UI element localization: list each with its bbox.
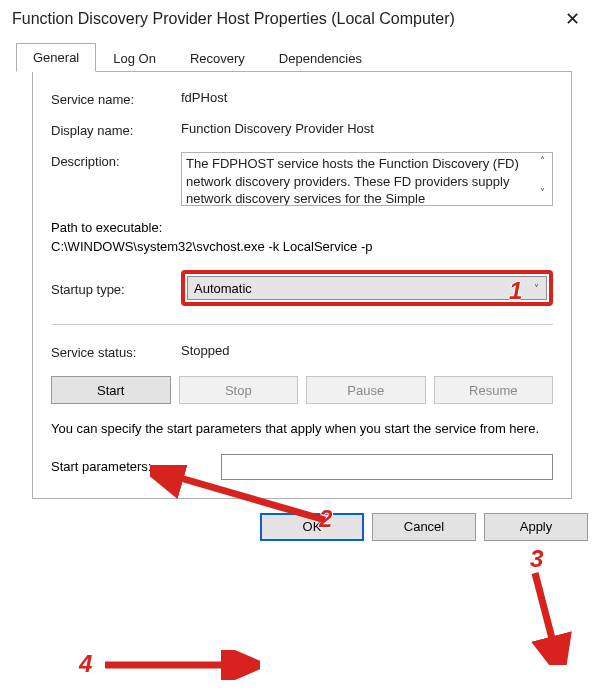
start-button[interactable]: Start bbox=[51, 376, 171, 404]
tab-logon[interactable]: Log On bbox=[96, 44, 173, 73]
dialog-buttons: OK Cancel Apply bbox=[0, 499, 604, 551]
row-service-name: Service name: fdPHost bbox=[51, 90, 553, 107]
value-path: C:\WINDOWS\system32\svchost.exe -k Local… bbox=[51, 239, 553, 254]
resume-button: Resume bbox=[434, 376, 554, 404]
cancel-button[interactable]: Cancel bbox=[372, 513, 476, 541]
startup-type-select[interactable]: Automatic bbox=[187, 276, 547, 300]
tab-general[interactable]: General bbox=[16, 43, 96, 72]
value-service-status: Stopped bbox=[181, 343, 553, 360]
row-display-name: Display name: Function Discovery Provide… bbox=[51, 121, 553, 138]
description-box: The FDPHOST service hosts the Function D… bbox=[181, 152, 553, 206]
start-parameters-input[interactable] bbox=[221, 454, 553, 480]
row-description: Description: The FDPHOST service hosts t… bbox=[51, 152, 553, 206]
scroll-up-icon[interactable]: ˄ bbox=[534, 155, 550, 171]
general-panel: Service name: fdPHost Display name: Func… bbox=[32, 71, 572, 499]
annotation-highlight-1: Automatic ˅ bbox=[181, 270, 553, 306]
label-service-name: Service name: bbox=[51, 90, 181, 107]
service-control-buttons: Start Stop Pause Resume bbox=[51, 376, 553, 404]
annotation-number-4: 4 bbox=[79, 650, 92, 678]
title-bar: Function Discovery Provider Host Propert… bbox=[0, 0, 604, 36]
tabs-container: General Log On Recovery Dependencies Ser… bbox=[0, 36, 604, 499]
value-display-name: Function Discovery Provider Host bbox=[181, 121, 553, 136]
tab-recovery[interactable]: Recovery bbox=[173, 44, 262, 73]
separator bbox=[51, 324, 553, 325]
row-path: Path to executable: C:\WINDOWS\system32\… bbox=[51, 220, 553, 254]
tab-dependencies[interactable]: Dependencies bbox=[262, 44, 379, 73]
description-text[interactable]: The FDPHOST service hosts the Function D… bbox=[182, 153, 534, 205]
annotation-arrow-3 bbox=[500, 565, 590, 665]
window-title: Function Discovery Provider Host Propert… bbox=[12, 10, 552, 28]
close-icon[interactable]: ✕ bbox=[552, 8, 592, 30]
ok-button[interactable]: OK bbox=[260, 513, 364, 541]
label-startup-type: Startup type: bbox=[51, 280, 181, 297]
scroll-down-icon[interactable]: ˅ bbox=[534, 187, 550, 203]
svg-line-3 bbox=[535, 573, 555, 650]
label-start-parameters: Start parameters: bbox=[51, 459, 221, 474]
pause-button: Pause bbox=[306, 376, 426, 404]
label-description: Description: bbox=[51, 152, 181, 169]
value-service-name: fdPHost bbox=[181, 90, 553, 105]
row-startup-type: Startup type: Automatic ˅ bbox=[51, 270, 553, 306]
stop-button: Stop bbox=[179, 376, 299, 404]
label-path: Path to executable: bbox=[51, 220, 553, 235]
description-scrollbar[interactable]: ˄ ˅ bbox=[534, 153, 552, 205]
tabs: General Log On Recovery Dependencies bbox=[16, 42, 588, 71]
apply-button[interactable]: Apply bbox=[484, 513, 588, 541]
label-display-name: Display name: bbox=[51, 121, 181, 138]
annotation-arrow-4 bbox=[100, 650, 260, 680]
start-parameters-hint: You can specify the start parameters tha… bbox=[51, 420, 553, 438]
row-service-status: Service status: Stopped bbox=[51, 343, 553, 360]
row-start-parameters: Start parameters: bbox=[51, 454, 553, 480]
label-service-status: Service status: bbox=[51, 343, 181, 360]
